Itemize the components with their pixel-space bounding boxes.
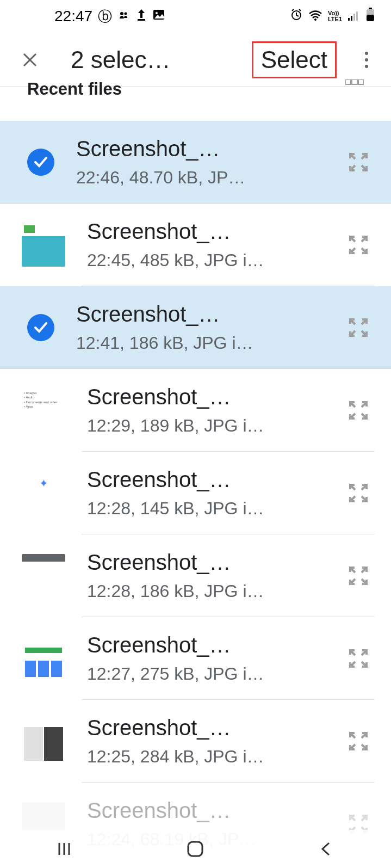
navigation-bar [0, 830, 391, 868]
file-info: Screenshot_… 12:29, 189 kB, JPG i… [87, 385, 337, 436]
svg-rect-9 [356, 11, 358, 21]
svg-rect-16 [345, 79, 351, 84]
file-item[interactable]: • Images• Audio• Documents and other• Ap… [0, 369, 391, 452]
expand-icon[interactable] [342, 725, 375, 758]
svg-rect-6 [348, 18, 350, 21]
app-bar: 2 selec… Select [0, 33, 391, 87]
file-name: Screenshot_… [87, 798, 337, 823]
expand-icon[interactable] [342, 394, 375, 427]
status-left: 22:47 ⓑ [54, 7, 165, 26]
check-icon [27, 149, 54, 176]
svg-point-5 [314, 19, 316, 21]
volte-label: Vo))LTE1 [328, 10, 342, 22]
svg-point-14 [365, 58, 368, 61]
view-toggle-icon[interactable] [345, 79, 364, 94]
upload-icon [136, 8, 147, 25]
file-info: Screenshot_… 12:25, 284 kB, JPG i… [87, 716, 337, 767]
file-meta: 12:27, 275 kB, JPG i… [87, 664, 337, 684]
svg-point-15 [365, 65, 368, 68]
file-info: Screenshot_… 22:46, 48.70 kB, JP… [76, 137, 337, 188]
recents-nav-button[interactable] [44, 835, 87, 863]
expand-icon[interactable] [342, 229, 375, 261]
home-nav-button[interactable] [173, 835, 217, 863]
file-name: Screenshot_… [87, 550, 337, 575]
file-item[interactable]: Screenshot_… 22:45, 485 kB, JPG i… [0, 204, 391, 286]
expand-icon[interactable] [342, 146, 375, 178]
svg-point-3 [156, 12, 158, 14]
back-nav-button[interactable] [304, 835, 347, 863]
badge-icon: ⓑ [98, 7, 112, 26]
file-name: Screenshot_… [87, 219, 337, 244]
file-thumbnail [22, 223, 65, 267]
section-header: Recent files [0, 83, 391, 104]
file-meta: 12:28, 145 kB, JPG i… [87, 498, 337, 519]
file-thumbnail [22, 719, 65, 763]
alarm-icon [290, 8, 303, 25]
file-name: Screenshot_… [87, 467, 337, 492]
file-item[interactable]: Screenshot_… 12:27, 275 kB, JPG i… [0, 617, 391, 700]
check-icon [27, 314, 54, 341]
file-name: Screenshot_… [87, 633, 337, 657]
file-thumbnail: • Images• Audio• Documents and other• Ap… [22, 389, 65, 432]
svg-point-1 [125, 12, 127, 15]
file-info: Screenshot_… 12:27, 275 kB, JPG i… [87, 633, 337, 684]
svg-rect-22 [188, 842, 202, 856]
close-button[interactable] [16, 46, 44, 73]
file-name: Screenshot_… [87, 385, 337, 409]
file-meta: 12:41, 186 kB, JPG i… [76, 333, 337, 353]
image-icon [152, 8, 165, 25]
file-thumbnail [22, 471, 65, 515]
file-thumbnail [22, 637, 65, 680]
file-name: Screenshot_… [76, 137, 337, 161]
expand-icon[interactable] [342, 477, 375, 509]
file-item[interactable]: Screenshot_… 12:28, 145 kB, JPG i… [0, 452, 391, 534]
svg-rect-10 [369, 8, 372, 9]
file-info: Screenshot_… 12:28, 145 kB, JPG i… [87, 467, 337, 519]
svg-rect-17 [352, 79, 357, 84]
select-all-button[interactable]: Select [252, 41, 337, 78]
file-item[interactable]: Screenshot_… 12:25, 284 kB, JPG i… [0, 700, 391, 783]
section-title: Recent files [27, 79, 122, 99]
expand-icon[interactable] [342, 642, 375, 675]
file-thumbnail [22, 554, 65, 598]
expand-icon[interactable] [342, 311, 375, 344]
wifi-icon [308, 8, 322, 25]
file-meta: 12:28, 186 kB, JPG i… [87, 581, 337, 601]
svg-rect-18 [358, 79, 364, 84]
status-time: 22:47 [54, 8, 92, 25]
file-list: Screenshot_… 22:46, 48.70 kB, JP… Screen… [0, 121, 391, 865]
file-info: Screenshot_… 22:45, 485 kB, JPG i… [87, 219, 337, 270]
file-meta: 12:29, 189 kB, JPG i… [87, 416, 337, 436]
file-item[interactable]: Screenshot_… 12:28, 186 kB, JPG i… [0, 534, 391, 617]
svg-rect-8 [353, 14, 355, 21]
signal-icon [347, 8, 361, 25]
file-name: Screenshot_… [76, 302, 337, 327]
svg-rect-7 [351, 16, 352, 21]
selection-title: 2 selec… [71, 46, 170, 73]
file-item[interactable]: Screenshot_… 22:46, 48.70 kB, JP… [0, 121, 391, 204]
file-meta: 22:46, 48.70 kB, JP… [76, 168, 337, 188]
battery-icon [366, 8, 375, 26]
svg-point-0 [120, 12, 123, 15]
file-meta: 22:45, 485 kB, JPG i… [87, 250, 337, 270]
file-name: Screenshot_… [87, 716, 337, 740]
status-bar: 22:47 ⓑ Vo))LTE1 [0, 0, 391, 33]
file-meta: 12:25, 284 kB, JPG i… [87, 747, 337, 767]
svg-rect-12 [367, 15, 374, 21]
file-item[interactable]: Screenshot_… 12:41, 186 kB, JPG i… [0, 286, 391, 369]
file-info: Screenshot_… 12:41, 186 kB, JPG i… [76, 302, 337, 353]
expand-icon[interactable] [342, 559, 375, 592]
file-info: Screenshot_… 12:28, 186 kB, JPG i… [87, 550, 337, 601]
more-options-button[interactable] [353, 46, 380, 73]
svg-point-13 [365, 52, 368, 55]
teams-icon [117, 8, 131, 25]
status-right: Vo))LTE1 [290, 8, 375, 26]
